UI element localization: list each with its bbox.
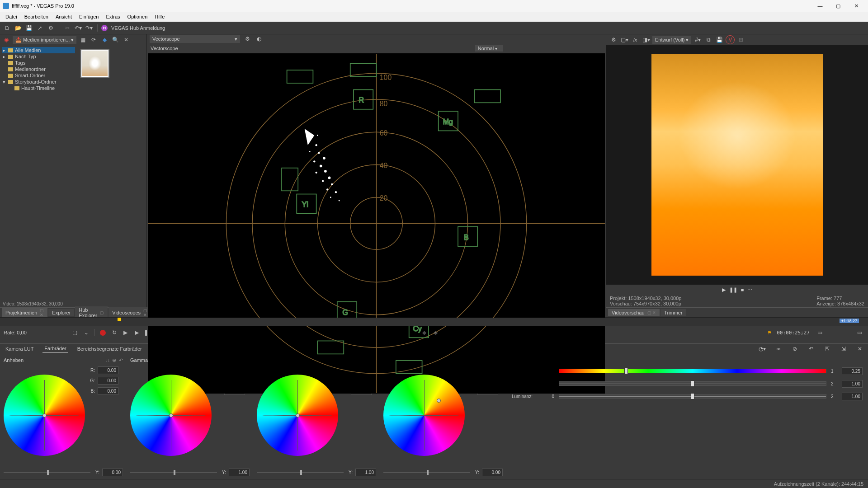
tab-videovorschau[interactable]: Videovorschau▢ ✕ <box>608 309 660 316</box>
preview-split-icon[interactable]: ◨▾ <box>642 35 651 44</box>
menu-file[interactable]: Datei <box>2 13 21 20</box>
hsl-value[interactable]: 1.00 <box>842 393 863 400</box>
cut-icon[interactable]: ✂ <box>63 23 72 33</box>
y-slider[interactable] <box>4 472 90 473</box>
menu-view[interactable]: Ansicht <box>52 13 75 20</box>
tree-tags[interactable]: Tags <box>2 60 75 66</box>
wheel-target-icon[interactable]: ⊕ <box>112 357 116 363</box>
hsl-slider[interactable] <box>559 394 826 399</box>
preview-pause-icon[interactable]: ❚❚ <box>729 287 737 293</box>
loop-icon[interactable]: ▢ <box>70 328 80 338</box>
color-close-icon[interactable]: ✕ <box>855 344 864 353</box>
preview-overlay-icon[interactable]: #▾ <box>693 35 702 44</box>
tab-videoscopes[interactable]: Videoscopes▢ ✕ <box>108 307 151 318</box>
preview-grid-icon[interactable]: ⊞ <box>736 35 745 44</box>
r-value[interactable]: 0.00 <box>98 366 118 374</box>
scope-mode-dropdown[interactable]: Normal ▾ <box>475 45 503 52</box>
timeline-playhead-icon[interactable] <box>118 318 121 321</box>
y-value[interactable]: 0.00 <box>482 469 503 476</box>
render-icon[interactable]: ↗ <box>35 23 44 33</box>
hub-link[interactable]: VEGAS Hub Anmeldung <box>111 25 165 31</box>
views-icon[interactable]: ▦ <box>78 35 87 44</box>
record-icon[interactable]: ◉ <box>2 35 11 44</box>
color-wheel[interactable] <box>257 375 338 456</box>
tree-main-timeline[interactable]: Haupt-Timeline <box>2 85 75 91</box>
close-button[interactable]: ✕ <box>847 0 865 12</box>
tab-bereichs[interactable]: Bereichsbegrenzte Farbräder <box>75 345 144 352</box>
media-thumbnail[interactable] <box>80 49 109 78</box>
play-from-start-icon[interactable]: ▶ <box>121 328 131 338</box>
menu-options[interactable]: Optionen <box>124 13 151 20</box>
color-reset-icon[interactable]: ↶ <box>807 344 816 353</box>
b-value[interactable]: 0.00 <box>98 387 118 395</box>
menu-edit[interactable]: Bearbeiten <box>21 13 52 20</box>
open-icon[interactable]: 📂 <box>14 23 23 33</box>
timecode-box-icon[interactable]: ▭ <box>815 328 825 338</box>
menu-extras[interactable]: Extras <box>102 13 123 20</box>
preview-copy-icon[interactable]: ⧉ <box>704 35 713 44</box>
tool2-icon[interactable]: ◆ <box>431 328 441 338</box>
color-wheel[interactable] <box>383 375 465 456</box>
loop-play-icon[interactable]: ↻ <box>109 328 119 338</box>
redo-icon[interactable]: ↷▾ <box>85 23 94 33</box>
preview-fx-icon[interactable]: fx <box>631 35 640 44</box>
scope-settings-icon[interactable]: ⚙ <box>243 34 252 43</box>
maximize-button[interactable]: ▢ <box>829 0 847 12</box>
preview-more-icon[interactable]: ⋯ <box>747 287 752 293</box>
menu-help[interactable]: Hilfe <box>151 13 168 20</box>
preview-quality-dropdown[interactable]: Entwurf (Voll) ▾ <box>652 36 691 44</box>
color-link-icon[interactable]: ∞ <box>774 344 783 353</box>
hub-icon[interactable]: H <box>101 25 108 31</box>
y-value[interactable]: 1.00 <box>229 469 250 476</box>
g-value[interactable]: 0.00 <box>98 377 118 385</box>
timecode-display[interactable]: 00:00:25;27 <box>777 330 810 336</box>
preview-v-icon[interactable]: V <box>726 35 735 44</box>
tree-media-folders[interactable]: Medienordner <box>2 66 75 72</box>
wheel-reset-icon[interactable]: ↶ <box>119 357 123 363</box>
new-icon[interactable]: 🗋 <box>3 23 12 33</box>
y-slider[interactable] <box>257 472 344 473</box>
search-icon[interactable]: 🔍 <box>111 35 120 44</box>
color-bypass-icon[interactable]: ⊘ <box>790 344 799 353</box>
tree-storyboard[interactable]: ▾Storyboard-Ordner <box>2 79 75 85</box>
wheel-adjust-icon[interactable]: ⎍ <box>106 357 109 363</box>
tool1-icon[interactable]: ◆ <box>420 328 429 338</box>
y-slider[interactable] <box>383 472 470 473</box>
shuttle-icon[interactable]: ⌄ <box>81 328 91 338</box>
tree-smart-folders[interactable]: Smart-Ordner <box>2 72 75 79</box>
preview-stop-icon[interactable]: ■ <box>741 287 744 292</box>
minimize-button[interactable]: — <box>811 0 829 12</box>
scope-type-dropdown[interactable]: Vectorscope▾ <box>150 35 240 43</box>
menu-insert[interactable]: Einfügen <box>75 13 102 20</box>
color-wheel[interactable] <box>130 375 212 456</box>
color-import-icon[interactable]: ⇱ <box>823 344 832 353</box>
tree-all-media[interactable]: ▸Alle Medien <box>2 47 75 53</box>
color-wheel[interactable] <box>4 375 85 456</box>
play-icon[interactable]: ▶ <box>132 328 142 338</box>
y-value[interactable]: 1.00 <box>355 469 376 476</box>
tab-trimmer[interactable]: Trimmer <box>660 309 686 316</box>
tab-kamera-lut[interactable]: Kamera LUT <box>4 345 35 352</box>
color-export-icon[interactable]: ⇲ <box>839 344 848 353</box>
undo-icon[interactable]: ↶▾ <box>74 23 83 33</box>
media-import-dropdown[interactable]: 📥 Medien importieren... ▾ <box>13 36 76 44</box>
hsl-value[interactable]: 1.00 <box>842 380 863 388</box>
preview-save-icon[interactable]: 💾 <box>715 35 724 44</box>
tab-explorer[interactable]: Explorer <box>48 309 74 316</box>
hsl-slider[interactable] <box>559 381 826 386</box>
preview-external-icon[interactable]: ▢▾ <box>620 35 629 44</box>
save-icon[interactable]: 💾 <box>24 23 33 33</box>
tab-projektmedien[interactable]: Projektmedien▢ ✕ <box>2 307 47 318</box>
y-slider[interactable] <box>130 472 217 473</box>
clear-icon[interactable]: ✕ <box>122 35 131 44</box>
preview-settings-icon[interactable]: ⚙ <box>609 35 618 44</box>
hsl-value[interactable]: 0.25 <box>842 367 863 375</box>
hsl-slider[interactable] <box>559 369 826 373</box>
record-button[interactable] <box>98 328 108 338</box>
preview-play-icon[interactable]: ▶ <box>722 287 726 293</box>
properties-icon[interactable]: ⚙ <box>46 23 55 33</box>
scope-sync-icon[interactable]: ◐ <box>255 34 264 43</box>
refresh-icon[interactable]: ⟳ <box>89 35 98 44</box>
tree-by-type[interactable]: ▸Nach Typ <box>2 53 75 60</box>
tab-farbraeder[interactable]: Farbräder <box>42 345 68 353</box>
